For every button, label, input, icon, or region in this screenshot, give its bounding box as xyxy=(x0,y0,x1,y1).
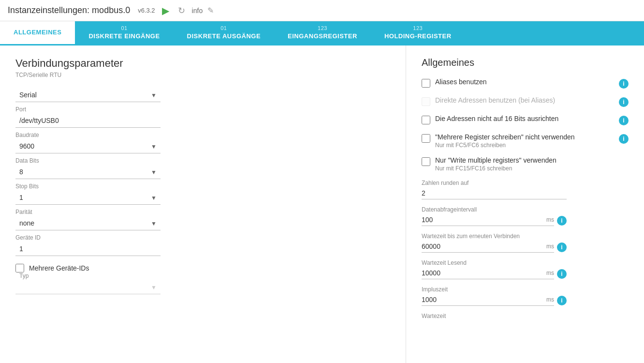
zahlen-runden-group: Zahlen runden auf 2 xyxy=(422,180,629,199)
write-multiple-sublabel: Nur mit FC15/FC16 schreiben xyxy=(435,165,512,172)
play-button[interactable]: ▶ xyxy=(160,3,171,18)
info-link[interactable]: info xyxy=(192,7,203,15)
impluszeit-input[interactable] xyxy=(422,294,543,305)
option-write-multiple: Nur "Write multiple registers" verwenden… xyxy=(422,156,629,172)
typ-select[interactable] xyxy=(15,280,161,294)
typ-label: Typ xyxy=(19,272,29,279)
tab-diskrete-ausgange-label: DISKRETE AUSGÄNGE xyxy=(187,32,261,41)
tab-diskrete-eingange-label: DISKRETE EINGÄNGE xyxy=(88,32,160,41)
datenabfrageintervall-unit: ms xyxy=(546,216,554,223)
wartezeit-verbinden-info-icon[interactable]: i xyxy=(557,242,567,252)
stop-bits-group: Stop Bits 1 2 ▼ xyxy=(15,183,390,205)
tab-allgemeines[interactable]: ALLGEMEINES xyxy=(0,21,75,45)
write-multiple-label: Nur "Write multiple registers" verwenden xyxy=(435,156,556,164)
data-bits-label: Data Bits xyxy=(15,157,390,164)
mehrere-register-checkbox[interactable] xyxy=(422,134,430,143)
impluszeit-unit: ms xyxy=(546,296,554,303)
baudrate-wrapper: 9600 19200 38400 57600 115200 ▼ xyxy=(15,139,161,153)
play-icon: ▶ xyxy=(162,5,169,16)
mehrere-geraete-label: Mehrere Geräte-IDs xyxy=(29,264,89,272)
verbindungsparameter-subtitle: TCP/Serielle RTU xyxy=(15,72,390,78)
mehrere-register-info-icon[interactable]: i xyxy=(619,134,629,144)
paritaet-select[interactable]: none even odd xyxy=(15,216,161,230)
datenabfrageintervall-info-icon[interactable]: i xyxy=(557,216,567,226)
tab-holding-register-label: HOLDING-REGISTER xyxy=(384,32,452,41)
version-label: v6.3.2 xyxy=(138,7,155,14)
option-mehrere-register: "Mehrere Register schreiben" nicht verwe… xyxy=(422,133,629,149)
paritaet-group: Parität none even odd ▼ xyxy=(15,209,390,230)
impluszeit-group: Impluszeit ms i xyxy=(422,286,629,306)
tab-eingangsregister[interactable]: 123 EINGANGSREGISTER xyxy=(274,21,371,45)
aliases-benutzen-info-icon[interactable]: i xyxy=(619,79,629,89)
tab-holding-register-badge: 123 xyxy=(413,25,423,31)
typ-group: Typ ▼ xyxy=(15,280,390,294)
mehrere-register-sublabel: Nur mit FC5/FC6 schreiben xyxy=(435,142,506,149)
wartezeit-label: Wartezeit xyxy=(422,313,629,319)
wartezeit-group: Wartezeit xyxy=(422,313,629,319)
tab-diskrete-eingange[interactable]: 01 DISKRETE EINGÄNGE xyxy=(75,21,173,45)
wartezeit-lesend-info-icon[interactable]: i xyxy=(557,269,567,279)
impluszeit-label: Impluszeit xyxy=(422,286,629,293)
right-panel: Allgemeines Aliases benutzen i Direkte A… xyxy=(406,45,644,363)
tab-diskrete-ausgange-badge: 01 xyxy=(220,25,227,31)
edit-icon[interactable]: ✎ xyxy=(207,6,214,15)
datenabfrageintervall-group: Datenabfrageintervall ms i xyxy=(422,206,629,226)
wartezeit-verbinden-input[interactable] xyxy=(422,241,543,252)
tab-holding-register[interactable]: 123 HOLDING-REGISTER xyxy=(371,21,465,45)
main-content: Verbindungsparameter TCP/Serielle RTU Se… xyxy=(0,45,644,363)
direkte-adressen-info-icon[interactable]: i xyxy=(619,97,629,107)
connection-type-select[interactable]: Serial TCP xyxy=(15,88,161,102)
connection-type-group: Serial TCP ▼ xyxy=(15,88,390,102)
option-adressen-nicht-ausrichten: Die Adressen nicht auf 16 Bits ausrichte… xyxy=(422,115,629,125)
stop-bits-wrapper: 1 2 ▼ xyxy=(15,191,161,205)
mehrere-geraete-group: Mehrere Geräte-IDs xyxy=(15,264,390,272)
impluszeit-info-icon[interactable]: i xyxy=(557,296,567,305)
data-bits-group: Data Bits 8 7 6 5 ▼ xyxy=(15,157,390,179)
data-bits-select[interactable]: 8 7 6 5 xyxy=(15,165,161,179)
baudrate-label: Baudrate xyxy=(15,132,390,138)
aliases-benutzen-checkbox[interactable] xyxy=(422,79,430,88)
tab-allgemeines-label: ALLGEMEINES xyxy=(14,29,61,37)
refresh-icon: ↻ xyxy=(178,5,185,16)
adressen-nicht-ausrichten-label: Die Adressen nicht auf 16 Bits ausrichte… xyxy=(435,115,558,122)
tab-eingangsregister-badge: 123 xyxy=(318,25,327,31)
option-aliases-benutzen: Aliases benutzen i xyxy=(422,78,629,89)
refresh-button[interactable]: ↻ xyxy=(176,3,187,18)
allgemeines-title: Allgemeines xyxy=(422,57,629,68)
verbindungsparameter-title: Verbindungsparameter xyxy=(15,57,390,70)
tab-eingangsregister-label: EINGANGSREGISTER xyxy=(288,32,357,41)
port-group: Port xyxy=(15,106,390,128)
write-multiple-checkbox[interactable] xyxy=(422,157,430,166)
tab-bar: ALLGEMEINES 01 DISKRETE EINGÄNGE 01 DISK… xyxy=(0,21,644,45)
baudrate-select[interactable]: 9600 19200 38400 57600 115200 xyxy=(15,139,161,153)
wartezeit-lesend-group: Wartezeit Lesend ms i xyxy=(422,259,629,279)
zahlen-runden-value: 2 xyxy=(422,187,567,199)
aliases-benutzen-label: Aliases benutzen xyxy=(435,78,487,86)
tab-diskrete-ausgange[interactable]: 01 DISKRETE AUSGÄNGE xyxy=(174,21,274,45)
wartezeit-verbinden-unit: ms xyxy=(546,243,554,250)
port-input[interactable] xyxy=(15,114,161,128)
zahlen-runden-label: Zahlen runden auf xyxy=(422,180,629,186)
wartezeit-verbinden-label: Wartezeit bis zum erneuten Verbinden xyxy=(422,233,629,240)
geraete-id-label: Geräte ID xyxy=(15,234,390,241)
baudrate-group: Baudrate 9600 19200 38400 57600 115200 ▼ xyxy=(15,132,390,153)
data-bits-wrapper: 8 7 6 5 ▼ xyxy=(15,165,161,179)
left-panel: Verbindungsparameter TCP/Serielle RTU Se… xyxy=(0,45,406,363)
direkte-adressen-label: Direkte Adressen benutzen (bei Aliases) xyxy=(435,96,555,104)
adressen-nicht-ausrichten-checkbox[interactable] xyxy=(422,116,430,124)
direkte-adressen-checkbox[interactable] xyxy=(422,97,430,106)
typ-wrapper: Typ ▼ xyxy=(15,280,161,294)
top-bar: Instanzeinstellungen: modbus.0 v6.3.2 ▶ … xyxy=(0,0,644,21)
paritaet-wrapper: none even odd ▼ xyxy=(15,216,161,230)
connection-type-wrapper: Serial TCP ▼ xyxy=(15,88,161,102)
stop-bits-select[interactable]: 1 2 xyxy=(15,191,161,205)
mehrere-geraete-checkbox[interactable] xyxy=(15,264,24,272)
option-direkte-adressen: Direkte Adressen benutzen (bei Aliases) … xyxy=(422,96,629,107)
stop-bits-label: Stop Bits xyxy=(15,183,390,190)
adressen-nicht-ausrichten-info-icon[interactable]: i xyxy=(619,116,629,125)
datenabfrageintervall-input[interactable] xyxy=(422,214,543,226)
wartezeit-lesend-input[interactable] xyxy=(422,267,543,279)
wartezeit-verbinden-group: Wartezeit bis zum erneuten Verbinden ms … xyxy=(422,233,629,253)
geraete-id-input[interactable] xyxy=(15,242,161,256)
tab-diskrete-eingange-badge: 01 xyxy=(121,25,127,31)
